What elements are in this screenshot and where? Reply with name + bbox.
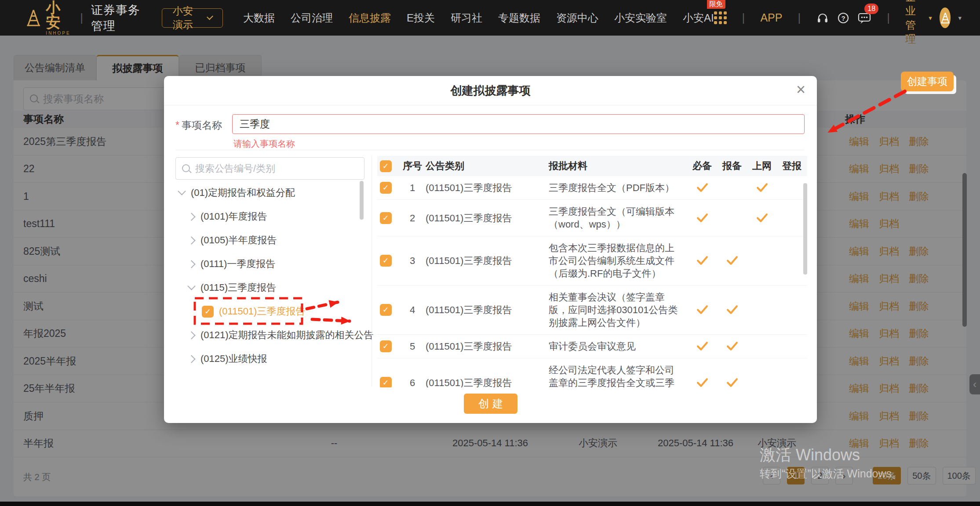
- org-select[interactable]: 小安演示: [162, 8, 223, 28]
- chevron-down-icon: [207, 14, 213, 20]
- nav-item-4[interactable]: E投关: [407, 11, 435, 25]
- topbar-divider: |: [887, 11, 890, 25]
- checkbox-checked[interactable]: ✓: [380, 340, 392, 352]
- checkbox-checked[interactable]: ✓: [380, 304, 392, 316]
- required-mark: *: [175, 119, 179, 131]
- flag-baobei: [717, 341, 747, 351]
- tree-item-label: (0121)定期报告未能如期披露的相关公告: [200, 329, 374, 342]
- material-no: 5: [399, 340, 426, 353]
- nav-item-1[interactable]: 大数据: [243, 11, 275, 25]
- flag-baobei: [717, 305, 747, 315]
- chevron-down-icon[interactable]: ▾: [958, 14, 962, 22]
- headset-icon[interactable]: [816, 11, 829, 25]
- tree-item-7[interactable]: (0121)定期报告未能如期披露的相关公告: [175, 323, 364, 347]
- flag-baobei: [717, 256, 747, 266]
- tree-item-8[interactable]: (0125)业绩快报: [175, 347, 364, 371]
- tree-item-3[interactable]: (0105)半年度报告: [175, 228, 364, 252]
- logo-text: 小安: [46, 0, 72, 29]
- checkbox-checked[interactable]: ✓: [202, 306, 214, 318]
- org-select-value: 小安演示: [173, 4, 201, 32]
- tree-item-1[interactable]: (01)定期报告和权益分配: [175, 181, 364, 205]
- flag-baobei: [717, 378, 747, 387]
- material-row: ✓3(011501)三季度报告包含本次三季报数据信息的上市公司公告编制系统生成文…: [377, 236, 807, 286]
- materials-scrollbar[interactable]: [803, 183, 807, 275]
- check-icon: [756, 183, 768, 193]
- close-icon[interactable]: ×: [796, 80, 805, 99]
- create-disclosure-modal: 创建拟披露事项 × *事项名称 请输入事项名称 (01)定期报告和权益分配(01…: [164, 76, 817, 423]
- material-no: 1: [399, 181, 426, 194]
- chevron-down-icon[interactable]: [187, 282, 195, 290]
- nav-item-8[interactable]: 小安实验室: [614, 11, 667, 25]
- tree-item-5[interactable]: (0115)三季度报告: [175, 276, 364, 300]
- validation-error-text: 请输入事项名称: [233, 138, 295, 150]
- chevron-right-icon[interactable]: [187, 331, 195, 339]
- apps-grid-icon[interactable]: [714, 11, 727, 24]
- nav-item-7[interactable]: 资源中心: [556, 11, 598, 25]
- panel-divider: [372, 156, 372, 387]
- app-link[interactable]: APP: [760, 11, 782, 24]
- header-checkbox-cell: ✓: [377, 160, 399, 172]
- modal-col-header: 序号: [399, 159, 426, 173]
- tree-item-6[interactable]: ✓(011501)三季度报告: [175, 300, 364, 323]
- nav-item-6[interactable]: 专题数据: [498, 11, 540, 25]
- chevron-right-icon[interactable]: [187, 355, 195, 363]
- modal-col-header: 公告类别: [426, 159, 549, 173]
- row-checkbox-cell: ✓: [377, 212, 399, 224]
- messages-icon[interactable]: 18: [857, 11, 871, 25]
- category-search-input[interactable]: [175, 157, 364, 180]
- check-icon: [696, 341, 708, 351]
- logo-text-group: 小安 INHOPE: [46, 0, 72, 36]
- material-row: ✓2(011501)三季度报告三季度报告全文（可编辑版本（word、wps））: [377, 200, 807, 236]
- svg-text:?: ?: [842, 14, 845, 22]
- chevron-down-icon: ▾: [929, 14, 932, 22]
- search-icon: [182, 164, 190, 172]
- material-category: (011501)三季度报告: [426, 304, 549, 316]
- tree-item-4[interactable]: (0111)一季度报告: [175, 252, 364, 276]
- check-icon: [726, 256, 738, 266]
- create-submit-button[interactable]: 创建: [464, 394, 517, 414]
- chevron-right-icon[interactable]: [187, 213, 195, 220]
- flag-bibei: [687, 183, 717, 193]
- avatar[interactable]: [940, 7, 951, 28]
- tree-item-label: (0101)年度报告: [200, 210, 267, 223]
- nav-item-5[interactable]: 研习社: [451, 11, 482, 25]
- limited-free-badge: 限免: [707, 0, 725, 9]
- checkbox-checked[interactable]: ✓: [380, 182, 392, 194]
- tree-scrollbar[interactable]: [360, 181, 364, 220]
- topbar: 小安 INHOPE | 证券事务管理 小安演示 大数据公司治理信息披露E投关研习…: [0, 0, 980, 36]
- material-row: ✓5(011501)三季度报告审计委员会审议意见: [377, 335, 807, 358]
- checkbox-checked[interactable]: ✓: [380, 212, 392, 224]
- material-row: ✓4(011501)三季度报告相关董事会决议（签字盖章版，应同时选择030101…: [377, 286, 807, 335]
- category-search: [175, 157, 364, 180]
- material-category: (011501)三季度报告: [426, 254, 549, 267]
- material-name: 相关董事会决议（签字盖章版，应同时选择030101公告类别披露上网公告文件）: [549, 291, 687, 329]
- checkbox-checked[interactable]: ✓: [380, 160, 392, 172]
- topbar-divider: |: [798, 11, 801, 25]
- nav-item-9[interactable]: 小安AI限免: [683, 11, 714, 25]
- topbar-divider: |: [80, 11, 83, 25]
- item-name-input[interactable]: [232, 114, 805, 134]
- material-name: 三季度报告全文（PDF版本）: [549, 181, 687, 194]
- modal-col-header: 上网: [747, 159, 777, 173]
- chevron-right-icon[interactable]: [187, 260, 195, 268]
- tree-item-label: (0105)半年度报告: [200, 234, 277, 247]
- flag-shangwang: [747, 183, 777, 193]
- nav-item-2[interactable]: 公司治理: [291, 11, 333, 25]
- checkbox-checked[interactable]: ✓: [380, 255, 392, 267]
- check-icon: [696, 305, 708, 315]
- chevron-down-icon[interactable]: [178, 187, 186, 195]
- row-checkbox-cell: ✓: [377, 255, 399, 267]
- chevron-right-icon[interactable]: [187, 236, 195, 244]
- app-logo: 小安 INHOPE: [26, 0, 72, 36]
- flag-bibei: [687, 378, 717, 387]
- nav-item-3[interactable]: 信息披露: [349, 11, 391, 25]
- tree-item-2[interactable]: (0101)年度报告: [175, 205, 364, 228]
- checkbox-checked[interactable]: ✓: [380, 377, 392, 387]
- help-icon[interactable]: ?: [837, 11, 850, 25]
- create-item-button[interactable]: 创建事项: [901, 72, 954, 91]
- material-category: (011501)三季度报告: [426, 212, 549, 224]
- material-row: ✓1(011501)三季度报告三季度报告全文（PDF版本）: [377, 176, 807, 200]
- material-category: (011501)三季度报告: [426, 181, 549, 194]
- topbar-divider: |: [742, 11, 745, 25]
- category-tree: (01)定期报告和权益分配(0101)年度报告(0105)半年度报告(0111)…: [175, 181, 364, 371]
